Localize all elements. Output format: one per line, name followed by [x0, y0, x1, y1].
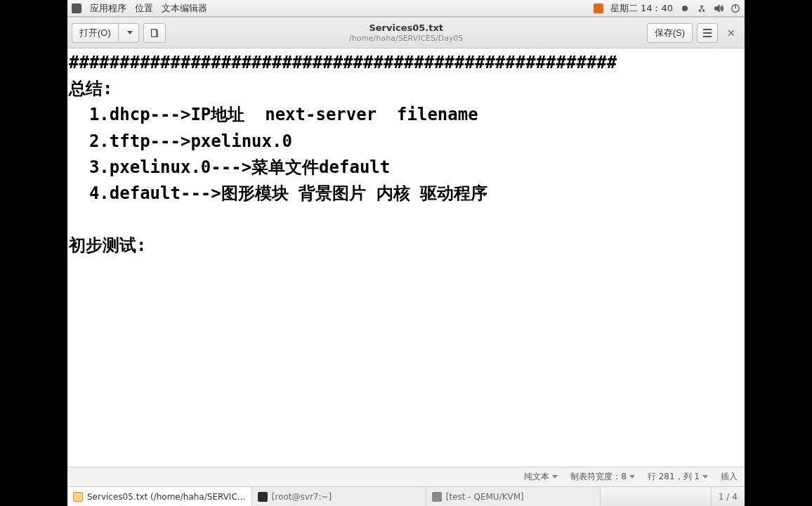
gnome-logo-icon — [72, 4, 81, 13]
close-icon: ✕ — [727, 27, 735, 39]
taskbar-item-label: [test - QEMU/KVM] — [446, 492, 524, 502]
network-icon[interactable] — [697, 4, 707, 13]
save-button-label: 保存(S) — [655, 27, 685, 39]
titlebar: 打开(O) Services05.txt /home/haha/SERVICES… — [67, 18, 745, 48]
workspace-pager[interactable]: 1 / 4 — [711, 487, 745, 506]
status-bar: 纯文本 制表符宽度：8 行 281，列 1 插入 — [67, 467, 745, 486]
taskbar-item-label: [root@svr7:~] — [272, 492, 332, 502]
task-bar: Services05.txt (/home/haha/SERVIC… [root… — [67, 486, 745, 506]
text-editor-icon — [73, 492, 83, 502]
taskbar-item-terminal[interactable]: [root@svr7:~] — [252, 487, 426, 506]
new-tab-button[interactable] — [143, 23, 166, 43]
tab-width-selector[interactable]: 制表符宽度：8 — [570, 471, 635, 483]
open-button-label: 打开(O) — [79, 27, 111, 39]
current-app-name: 文本编辑器 — [162, 2, 207, 15]
hamburger-icon — [703, 29, 712, 37]
volume-icon[interactable] — [714, 4, 723, 13]
update-icon[interactable] — [594, 4, 603, 13]
applications-menu[interactable]: 应用程序 — [90, 2, 126, 15]
save-button[interactable]: 保存(S) — [647, 23, 693, 43]
document-new-icon — [150, 28, 159, 38]
cursor-position-selector[interactable]: 行 281，列 1 — [648, 471, 708, 483]
open-recent-dropdown[interactable] — [119, 23, 139, 43]
pager-current: 1 — [719, 492, 724, 502]
tab-width-label: 制表符宽度：8 — [570, 471, 627, 483]
window-title: Services05.txt — [170, 22, 643, 34]
close-button[interactable]: ✕ — [722, 24, 740, 42]
window-subtitle: /home/haha/SERVICES/Day05 — [170, 34, 643, 43]
taskbar-item-vm[interactable]: [test - QEMU/KVM] — [426, 487, 601, 506]
editor-window: 打开(O) Services05.txt /home/haha/SERVICES… — [67, 17, 745, 506]
pager-sep: / — [726, 492, 729, 502]
places-menu[interactable]: 位置 — [135, 2, 153, 15]
svg-rect-2 — [151, 29, 156, 37]
pager-total: 4 — [732, 492, 738, 502]
top-panel: 应用程序 位置 文本编辑器 星期二 14：40 — [67, 0, 745, 17]
chevron-down-icon — [629, 475, 635, 479]
syntax-mode-selector[interactable]: 纯文本 — [524, 471, 558, 483]
open-button[interactable]: 打开(O) — [72, 23, 119, 43]
syntax-mode-label: 纯文本 — [524, 471, 549, 483]
chevron-down-icon — [127, 31, 133, 34]
vm-icon — [432, 492, 442, 502]
taskbar-item-label: Services05.txt (/home/haha/SERVIC… — [87, 492, 246, 502]
cursor-position-label: 行 281，列 1 — [648, 471, 700, 483]
clock[interactable]: 星期二 14：40 — [610, 2, 673, 15]
terminal-icon — [258, 492, 268, 502]
hamburger-menu-button[interactable] — [697, 23, 718, 43]
chevron-down-icon — [702, 475, 708, 479]
chevron-down-icon — [552, 475, 558, 479]
text-editor-area[interactable]: ########################################… — [67, 48, 745, 467]
taskbar-item-editor[interactable]: Services05.txt (/home/haha/SERVIC… — [67, 487, 252, 506]
power-icon[interactable] — [731, 4, 740, 13]
record-indicator-icon — [680, 4, 690, 13]
insert-mode-label: 插入 — [721, 471, 738, 483]
